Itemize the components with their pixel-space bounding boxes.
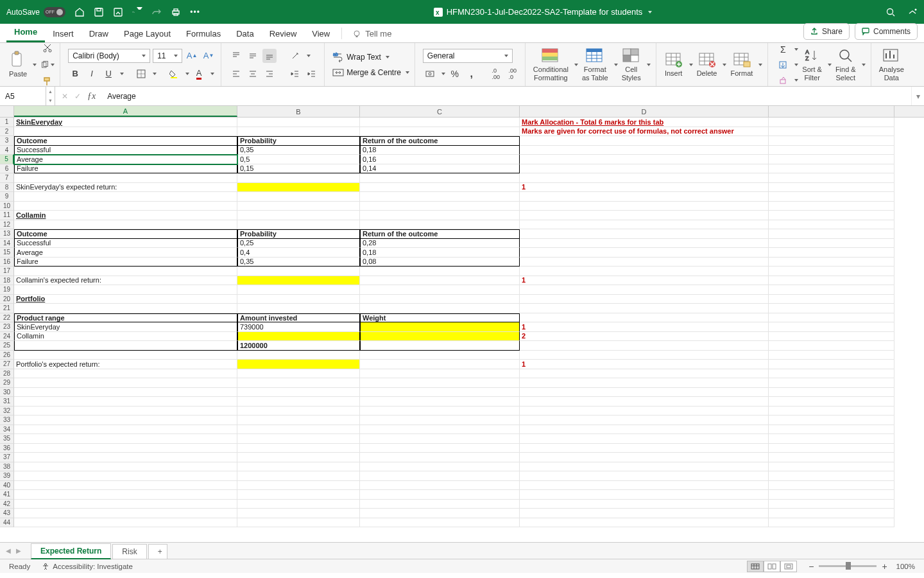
- cell-B2[interactable]: [237, 127, 360, 137]
- col-header-B[interactable]: B: [237, 106, 360, 117]
- row-header-36[interactable]: 36: [0, 444, 14, 453]
- cell-E4[interactable]: [769, 146, 894, 155]
- cell-D5[interactable]: [520, 155, 769, 164]
- cell-B26[interactable]: [237, 351, 360, 360]
- cell-B16[interactable]: 0,35: [237, 258, 360, 267]
- cell-E24[interactable]: [769, 332, 894, 342]
- cell-D8[interactable]: 1: [520, 183, 769, 193]
- row-header-17[interactable]: 17: [0, 267, 14, 276]
- cell-A29[interactable]: [14, 378, 237, 388]
- cell-D21[interactable]: [520, 304, 769, 313]
- row-header-34[interactable]: 34: [0, 425, 14, 435]
- autosave-cloud-icon[interactable]: [113, 7, 123, 17]
- row-header-22[interactable]: 22: [0, 313, 14, 323]
- cut-icon[interactable]: [40, 41, 55, 55]
- sort-filter-button[interactable]: AZ Sort &Filter: [802, 48, 822, 81]
- row-header-43[interactable]: 43: [0, 509, 14, 518]
- format-cells-button[interactable]: Format: [730, 51, 753, 77]
- row-header-23[interactable]: 23: [0, 322, 14, 332]
- cell-A33[interactable]: [14, 416, 237, 425]
- cell-D24[interactable]: 2: [520, 332, 769, 342]
- cell-D32[interactable]: [520, 407, 769, 416]
- cell-B22[interactable]: Amount invested: [237, 313, 360, 323]
- cell-E22[interactable]: [769, 313, 894, 323]
- cell-A12[interactable]: [14, 220, 237, 230]
- cell-A23[interactable]: SkinEveryday: [14, 322, 237, 332]
- cell-E43[interactable]: [769, 509, 894, 518]
- row-header-12[interactable]: 12: [0, 220, 14, 230]
- cell-C42[interactable]: [360, 500, 520, 509]
- cell-E37[interactable]: [769, 453, 894, 462]
- cell-B29[interactable]: [237, 378, 360, 388]
- cell-D40[interactable]: [520, 481, 769, 491]
- cell-B39[interactable]: [237, 471, 360, 481]
- accounting-format-icon[interactable]: [423, 67, 437, 81]
- cell-C14[interactable]: 0,28: [360, 239, 520, 249]
- row-header-40[interactable]: 40: [0, 481, 14, 491]
- cell-A2[interactable]: [14, 127, 237, 137]
- cell-D22[interactable]: [520, 313, 769, 323]
- cell-D20[interactable]: [520, 295, 769, 304]
- cell-C26[interactable]: [360, 351, 520, 360]
- row-header-19[interactable]: 19: [0, 285, 14, 295]
- cell-A6[interactable]: Failure: [14, 164, 237, 174]
- undo-icon[interactable]: [132, 7, 142, 17]
- share-button[interactable]: Share: [803, 23, 850, 40]
- cell-E14[interactable]: [769, 239, 894, 249]
- sheet-tab-expected-return[interactable]: Expected Return: [31, 543, 111, 559]
- cell-A31[interactable]: [14, 397, 237, 407]
- cell-C41[interactable]: [360, 490, 520, 500]
- align-left-icon[interactable]: [229, 67, 243, 81]
- cell-A28[interactable]: [14, 369, 237, 379]
- tab-view[interactable]: View: [304, 25, 338, 42]
- cell-A41[interactable]: [14, 490, 237, 500]
- format-as-table-button[interactable]: Formatas Table: [582, 48, 608, 81]
- cell-D6[interactable]: [520, 164, 769, 174]
- cell-E32[interactable]: [769, 407, 894, 416]
- cell-C11[interactable]: [360, 211, 520, 220]
- row-header-4[interactable]: 4: [0, 146, 14, 155]
- cell-A35[interactable]: [14, 434, 237, 444]
- cell-B19[interactable]: [237, 285, 360, 295]
- row-header-16[interactable]: 16: [0, 258, 14, 267]
- cell-E33[interactable]: [769, 416, 894, 425]
- cell-E34[interactable]: [769, 425, 894, 435]
- tab-draw[interactable]: Draw: [81, 25, 116, 42]
- comma-format-icon[interactable]: ,: [465, 67, 479, 81]
- cell-D1[interactable]: Mark Allocation - Total 6 marks for this…: [520, 118, 769, 127]
- cell-C44[interactable]: [360, 518, 520, 528]
- row-header-1[interactable]: 1: [0, 118, 14, 127]
- row-header-6[interactable]: 6: [0, 164, 14, 174]
- fx-icon[interactable]: ƒx: [87, 91, 96, 101]
- cell-D36[interactable]: [520, 444, 769, 453]
- row-header-42[interactable]: 42: [0, 500, 14, 509]
- tab-page-layout[interactable]: Page Layout: [116, 25, 178, 42]
- decrease-indent-icon[interactable]: [288, 67, 302, 81]
- autosave-toggle[interactable]: AutoSave OFF: [6, 7, 65, 17]
- select-all-corner[interactable]: [0, 106, 14, 117]
- font-size-select[interactable]: 11: [153, 49, 182, 63]
- cell-C21[interactable]: [360, 304, 520, 313]
- row-header-21[interactable]: 21: [0, 304, 14, 313]
- row-header-10[interactable]: 10: [0, 202, 14, 211]
- cell-A13[interactable]: Outcome: [14, 229, 237, 239]
- sheet-nav-next[interactable]: ▶: [14, 547, 23, 556]
- row-header-2[interactable]: 2: [0, 127, 14, 137]
- cell-C2[interactable]: [360, 127, 520, 137]
- row-header-20[interactable]: 20: [0, 295, 14, 304]
- add-sheet-button[interactable]: +: [148, 544, 167, 559]
- document-title[interactable]: x HFMN230-1-Jul-Dec2022-SA2-Template for…: [200, 7, 886, 17]
- row-header-37[interactable]: 37: [0, 453, 14, 462]
- cell-C8[interactable]: [360, 183, 520, 193]
- cell-B14[interactable]: 0,25: [237, 239, 360, 249]
- find-select-button[interactable]: Find &Select: [835, 48, 856, 81]
- cell-C20[interactable]: [360, 295, 520, 304]
- row-header-28[interactable]: 28: [0, 369, 14, 379]
- cell-E12[interactable]: [769, 220, 894, 230]
- cell-B24[interactable]: [237, 332, 360, 342]
- tab-insert[interactable]: Insert: [45, 25, 81, 42]
- cell-C23[interactable]: [360, 322, 520, 332]
- cell-B18[interactable]: [237, 276, 360, 286]
- cell-A24[interactable]: Collamin: [14, 332, 237, 342]
- cell-A19[interactable]: [14, 285, 237, 295]
